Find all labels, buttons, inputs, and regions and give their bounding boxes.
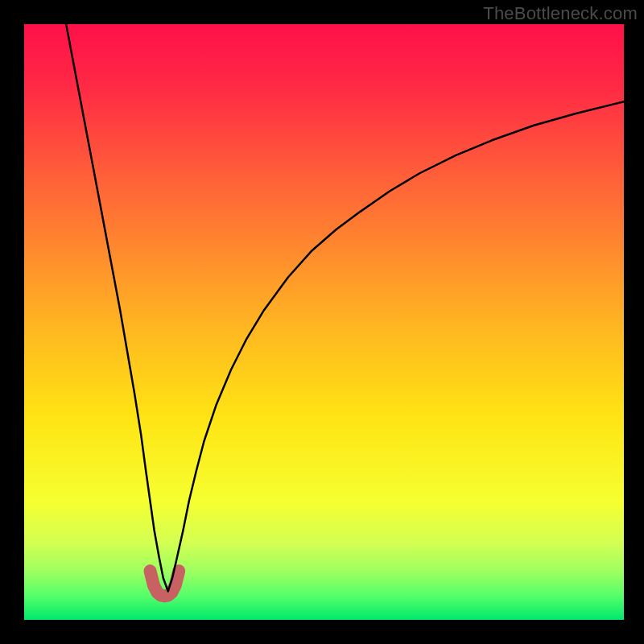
chart-frame: TheBottleneck.com <box>0 0 644 644</box>
chart-svg <box>24 24 624 620</box>
watermark-text: TheBottleneck.com <box>483 3 638 24</box>
chart-plot <box>24 24 624 620</box>
chart-background <box>24 24 624 620</box>
